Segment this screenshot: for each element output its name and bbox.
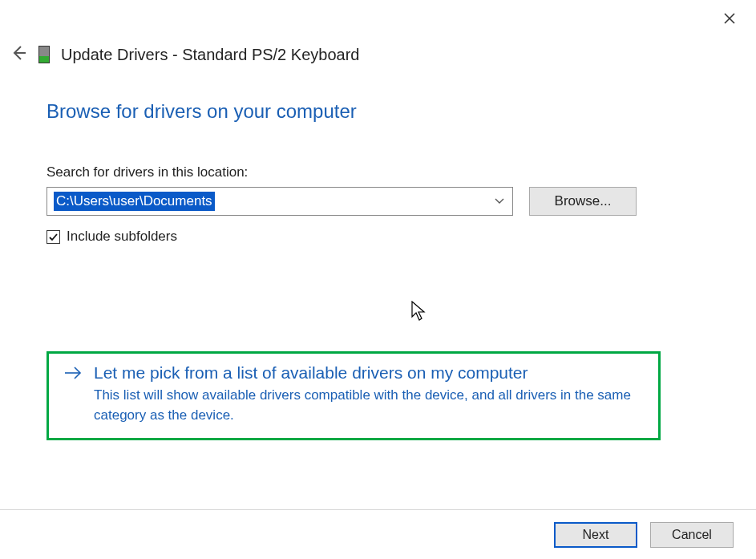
browse-button[interactable]: Browse... [529, 187, 637, 216]
include-subfolders-checkbox[interactable] [46, 230, 60, 244]
arrow-right-icon [63, 363, 83, 388]
include-subfolders-label: Include subfolders [67, 229, 177, 245]
chevron-down-icon [495, 196, 504, 207]
keyboard-icon [38, 46, 50, 63]
search-location-label: Search for drivers in this location: [46, 164, 708, 180]
page-heading: Browse for drivers on your computer [46, 100, 708, 123]
option-description: This list will show available drivers co… [94, 386, 644, 425]
next-button[interactable]: Next [554, 522, 637, 548]
back-button[interactable] [10, 44, 27, 65]
path-combobox[interactable]: C:\Users\user\Documents [46, 187, 513, 216]
cursor-icon [411, 301, 427, 322]
cancel-button[interactable]: Cancel [650, 522, 734, 548]
content-area: Browse for drivers on your computer Sear… [46, 100, 708, 245]
header: Update Drivers - Standard PS/2 Keyboard [10, 44, 359, 65]
window-title: Update Drivers - Standard PS/2 Keyboard [61, 46, 359, 64]
footer: Next Cancel [0, 509, 756, 559]
option-text: Let me pick from a list of available dri… [94, 363, 644, 425]
close-button[interactable] [718, 8, 742, 31]
option-title: Let me pick from a list of available dri… [94, 363, 644, 383]
path-value: C:\Users\user\Documents [54, 192, 215, 211]
include-subfolders-row[interactable]: Include subfolders [46, 229, 708, 245]
pick-from-list-option[interactable]: Let me pick from a list of available dri… [46, 351, 661, 440]
path-row: C:\Users\user\Documents Browse... [46, 187, 708, 216]
